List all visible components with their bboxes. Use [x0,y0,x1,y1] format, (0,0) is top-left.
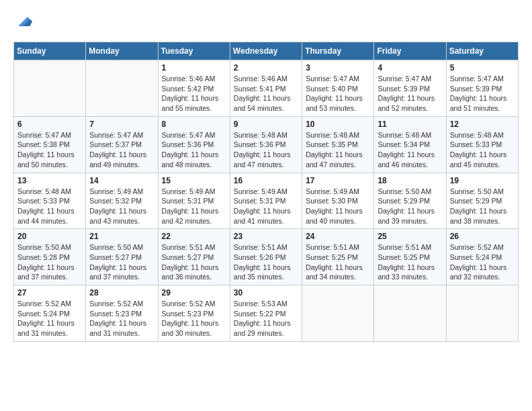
weekday-header-saturday: Saturday [446,42,518,60]
day-info: Sunrise: 5:53 AMSunset: 5:22 PMDaylight:… [234,299,298,338]
calendar-cell: 11Sunrise: 5:48 AMSunset: 5:34 PMDayligh… [374,116,446,173]
calendar-cell: 15Sunrise: 5:49 AMSunset: 5:31 PMDayligh… [158,173,230,229]
day-number: 23 [234,232,298,241]
calendar-cell: 7Sunrise: 5:47 AMSunset: 5:37 PMDaylight… [86,116,158,173]
calendar-cell [14,60,86,117]
day-info: Sunrise: 5:50 AMSunset: 5:29 PMDaylight:… [378,187,442,226]
weekday-header-friday: Friday [374,42,446,60]
calendar-cell: 29Sunrise: 5:52 AMSunset: 5:23 PMDayligh… [158,285,230,342]
day-number: 21 [89,232,154,241]
day-info: Sunrise: 5:51 AMSunset: 5:25 PMDaylight:… [306,242,370,282]
page-header [13,13,519,35]
day-info: Sunrise: 5:46 AMSunset: 5:41 PMDaylight:… [234,74,298,113]
day-info: Sunrise: 5:46 AMSunset: 5:42 PMDaylight:… [162,74,226,113]
day-number: 16 [234,176,298,185]
week-row-4: 20Sunrise: 5:50 AMSunset: 5:28 PMDayligh… [14,229,519,285]
day-info: Sunrise: 5:48 AMSunset: 5:33 PMDaylight:… [17,187,82,226]
day-info: Sunrise: 5:47 AMSunset: 5:40 PMDaylight:… [306,74,370,113]
calendar-cell: 5Sunrise: 5:47 AMSunset: 5:39 PMDaylight… [446,60,518,117]
calendar-cell: 12Sunrise: 5:48 AMSunset: 5:33 PMDayligh… [446,116,518,173]
calendar-cell: 1Sunrise: 5:46 AMSunset: 5:42 PMDaylight… [158,60,230,117]
day-info: Sunrise: 5:47 AMSunset: 5:36 PMDaylight:… [162,130,226,170]
day-info: Sunrise: 5:47 AMSunset: 5:39 PMDaylight:… [378,74,442,113]
day-number: 2 [234,63,298,73]
calendar-cell: 17Sunrise: 5:49 AMSunset: 5:30 PMDayligh… [302,173,374,229]
calendar-cell: 10Sunrise: 5:48 AMSunset: 5:35 PMDayligh… [302,116,374,173]
week-row-5: 27Sunrise: 5:52 AMSunset: 5:24 PMDayligh… [14,285,519,342]
calendar-cell: 27Sunrise: 5:52 AMSunset: 5:24 PMDayligh… [14,285,86,342]
calendar-cell: 30Sunrise: 5:53 AMSunset: 5:22 PMDayligh… [230,285,302,342]
day-info: Sunrise: 5:48 AMSunset: 5:33 PMDaylight:… [450,130,515,170]
day-number: 9 [234,120,298,129]
week-row-2: 6Sunrise: 5:47 AMSunset: 5:38 PMDaylight… [14,116,519,173]
day-number: 6 [17,120,82,129]
calendar-cell [86,60,158,117]
calendar-cell: 8Sunrise: 5:47 AMSunset: 5:36 PMDaylight… [158,116,230,173]
week-row-3: 13Sunrise: 5:48 AMSunset: 5:33 PMDayligh… [14,173,519,229]
weekday-header-monday: Monday [86,42,158,60]
day-info: Sunrise: 5:47 AMSunset: 5:37 PMDaylight:… [89,130,154,170]
calendar-cell [302,285,374,342]
calendar-cell: 23Sunrise: 5:51 AMSunset: 5:26 PMDayligh… [230,229,302,285]
day-number: 8 [162,120,226,129]
weekday-header-sunday: Sunday [14,42,86,60]
day-number: 27 [17,288,82,298]
day-info: Sunrise: 5:50 AMSunset: 5:29 PMDaylight:… [450,187,515,226]
day-number: 12 [450,120,515,129]
calendar-cell: 2Sunrise: 5:46 AMSunset: 5:41 PMDaylight… [230,60,302,117]
day-info: Sunrise: 5:48 AMSunset: 5:36 PMDaylight:… [234,130,298,170]
day-number: 4 [378,63,442,73]
calendar-cell: 19Sunrise: 5:50 AMSunset: 5:29 PMDayligh… [446,173,518,229]
calendar-cell: 9Sunrise: 5:48 AMSunset: 5:36 PMDaylight… [230,116,302,173]
calendar-cell: 4Sunrise: 5:47 AMSunset: 5:39 PMDaylight… [374,60,446,117]
day-info: Sunrise: 5:48 AMSunset: 5:35 PMDaylight:… [306,130,370,170]
calendar-cell: 14Sunrise: 5:49 AMSunset: 5:32 PMDayligh… [86,173,158,229]
day-info: Sunrise: 5:50 AMSunset: 5:28 PMDaylight:… [17,242,82,282]
day-number: 5 [450,63,515,73]
day-info: Sunrise: 5:52 AMSunset: 5:23 PMDaylight:… [89,299,154,338]
day-number: 1 [162,63,226,73]
day-info: Sunrise: 5:48 AMSunset: 5:34 PMDaylight:… [378,130,442,170]
calendar-cell: 16Sunrise: 5:49 AMSunset: 5:31 PMDayligh… [230,173,302,229]
day-number: 24 [306,232,370,241]
day-number: 29 [162,288,226,298]
day-info: Sunrise: 5:49 AMSunset: 5:32 PMDaylight:… [89,187,154,226]
day-info: Sunrise: 5:51 AMSunset: 5:25 PMDaylight:… [378,242,442,282]
calendar-cell: 28Sunrise: 5:52 AMSunset: 5:23 PMDayligh… [86,285,158,342]
calendar-cell [446,285,518,342]
day-info: Sunrise: 5:52 AMSunset: 5:24 PMDaylight:… [17,299,82,338]
day-number: 25 [378,232,442,241]
day-number: 26 [450,232,515,241]
calendar-cell [374,285,446,342]
calendar-cell: 21Sunrise: 5:50 AMSunset: 5:27 PMDayligh… [86,229,158,285]
day-number: 18 [378,176,442,185]
day-info: Sunrise: 5:49 AMSunset: 5:31 PMDaylight:… [162,187,226,226]
calendar-cell: 25Sunrise: 5:51 AMSunset: 5:25 PMDayligh… [374,229,446,285]
day-number: 30 [234,288,298,298]
day-number: 7 [89,120,154,129]
day-number: 10 [306,120,370,129]
day-info: Sunrise: 5:51 AMSunset: 5:27 PMDaylight:… [162,242,226,282]
day-number: 22 [162,232,226,241]
weekday-header-row: SundayMondayTuesdayWednesdayThursdayFrid… [14,42,519,60]
day-info: Sunrise: 5:51 AMSunset: 5:26 PMDaylight:… [234,242,298,282]
day-number: 28 [89,288,154,298]
weekday-header-thursday: Thursday [302,42,374,60]
day-number: 13 [17,176,82,185]
weekday-header-wednesday: Wednesday [230,42,302,60]
weekday-header-tuesday: Tuesday [158,42,230,60]
day-number: 17 [306,176,370,185]
day-info: Sunrise: 5:50 AMSunset: 5:27 PMDaylight:… [89,242,154,282]
day-info: Sunrise: 5:52 AMSunset: 5:23 PMDaylight:… [162,299,226,338]
calendar-table: SundayMondayTuesdayWednesdayThursdayFrid… [13,42,519,342]
calendar-cell: 24Sunrise: 5:51 AMSunset: 5:25 PMDayligh… [302,229,374,285]
day-number: 19 [450,176,515,185]
day-info: Sunrise: 5:47 AMSunset: 5:39 PMDaylight:… [450,74,515,113]
day-info: Sunrise: 5:47 AMSunset: 5:38 PMDaylight:… [17,130,82,170]
calendar-cell: 13Sunrise: 5:48 AMSunset: 5:33 PMDayligh… [14,173,86,229]
calendar-cell: 18Sunrise: 5:50 AMSunset: 5:29 PMDayligh… [374,173,446,229]
calendar-cell: 22Sunrise: 5:51 AMSunset: 5:27 PMDayligh… [158,229,230,285]
logo-icon [13,12,32,31]
week-row-1: 1Sunrise: 5:46 AMSunset: 5:42 PMDaylight… [14,60,519,117]
day-info: Sunrise: 5:52 AMSunset: 5:24 PMDaylight:… [450,242,515,282]
